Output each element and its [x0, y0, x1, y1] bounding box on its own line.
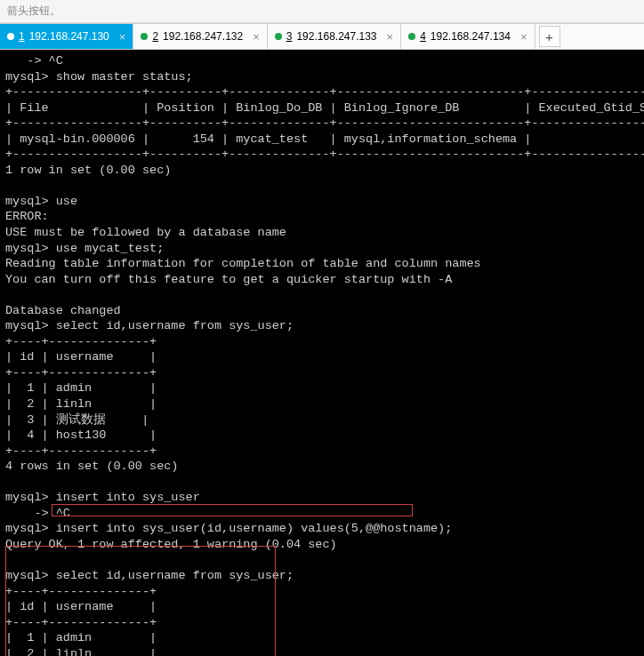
- tab-session-3[interactable]: 3 192.168.247.133 ×: [268, 24, 401, 49]
- status-dot-icon: [408, 33, 415, 40]
- caption-text: 箭头按钮。: [0, 0, 644, 23]
- tab-label: 192.168.247.130: [29, 30, 109, 43]
- tab-number: 1: [19, 30, 25, 43]
- add-tab-button[interactable]: +: [539, 26, 560, 47]
- close-icon[interactable]: ×: [253, 30, 260, 44]
- close-icon[interactable]: ×: [119, 30, 126, 44]
- tab-label: 192.168.247.134: [431, 30, 511, 43]
- tab-session-2[interactable]: 2 192.168.247.132 ×: [133, 24, 267, 49]
- tab-number: 2: [152, 30, 158, 43]
- close-icon[interactable]: ×: [387, 30, 394, 44]
- tab-number: 4: [420, 30, 426, 43]
- highlight-box-insert: [52, 504, 413, 516]
- tab-bar: 1 192.168.247.130 × 2 192.168.247.132 × …: [0, 23, 644, 50]
- status-dot-icon: [7, 33, 14, 40]
- tab-label: 192.168.247.132: [163, 30, 243, 43]
- tab-session-4[interactable]: 4 192.168.247.134 ×: [401, 24, 535, 49]
- tab-session-1[interactable]: 1 192.168.247.130 ×: [0, 24, 133, 49]
- tab-number: 3: [286, 30, 293, 43]
- close-icon[interactable]: ×: [520, 30, 527, 44]
- highlight-box-result: [5, 546, 276, 656]
- terminal-output[interactable]: -> ^C mysql> show master status; +------…: [0, 50, 644, 656]
- status-dot-icon: [275, 33, 282, 40]
- tab-label: 192.168.247.133: [296, 30, 376, 43]
- status-dot-icon: [141, 33, 148, 40]
